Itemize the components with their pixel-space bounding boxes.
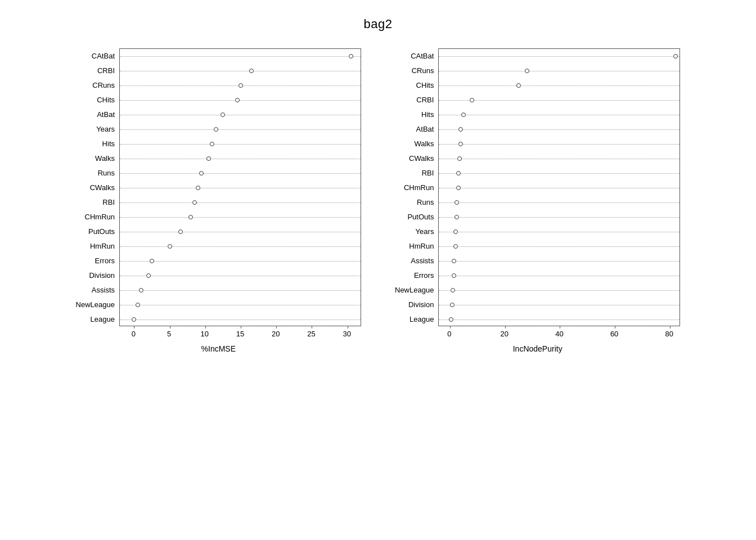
- y-label: CRuns: [412, 63, 434, 78]
- chart1-inner: CAtBatCRBICRunsCHitsAtBatYearsHitsWalksR…: [76, 48, 361, 341]
- data-dot: [452, 259, 456, 263]
- grid-line: [120, 144, 361, 145]
- data-dot: [457, 156, 462, 161]
- data-dot: [146, 273, 151, 278]
- grid-line: [439, 232, 680, 232]
- y-label: Division: [408, 297, 434, 312]
- x-axis-label: 20: [272, 330, 280, 338]
- y-label: Errors: [95, 253, 115, 268]
- x-axis-label: 25: [307, 330, 315, 338]
- grid-line: [439, 71, 680, 71]
- grid-line: [120, 173, 361, 174]
- chart1-x-labels: 051015202530: [119, 328, 361, 341]
- grid-line: [120, 305, 361, 305]
- y-label: Errors: [414, 268, 434, 282]
- data-dot: [673, 54, 678, 58]
- y-label: Walks: [414, 136, 434, 151]
- data-dot: [139, 288, 143, 292]
- y-label: AtBat: [97, 107, 115, 122]
- data-dot: [196, 186, 200, 190]
- data-dot: [516, 83, 521, 88]
- chart1-y-labels: CAtBatCRBICRunsCHitsAtBatYearsHitsWalksR…: [76, 48, 119, 326]
- data-dot: [136, 303, 140, 307]
- y-label: CAtBat: [411, 48, 434, 63]
- chart2-y-labels: CAtBatCRunsCHitsCRBIHitsAtBatWalksCWalks…: [395, 48, 438, 326]
- chart2-inner: CAtBatCRunsCHitsCRBIHitsAtBatWalksCWalks…: [395, 48, 680, 341]
- data-dot: [199, 171, 204, 176]
- y-label: Division: [89, 268, 115, 282]
- data-dot: [210, 142, 214, 146]
- x-axis-label: 5: [167, 330, 171, 338]
- y-label: Runs: [417, 195, 434, 209]
- grid-line: [120, 115, 361, 115]
- grid-line: [439, 100, 680, 101]
- grid-line: [439, 276, 680, 276]
- chart1-plot: [119, 48, 361, 326]
- grid-line: [120, 71, 361, 71]
- x-axis-label: 40: [555, 330, 563, 338]
- y-label: CRBI: [97, 63, 115, 78]
- grid-line: [439, 217, 680, 218]
- data-dot: [206, 156, 211, 161]
- y-label: Hits: [421, 107, 434, 122]
- data-dot: [238, 83, 243, 88]
- chart2-axis-title: IncNodePurity: [513, 344, 562, 353]
- grid-line: [439, 159, 680, 159]
- data-dot: [452, 273, 456, 278]
- data-dot: [456, 186, 461, 190]
- y-label: Walks: [95, 151, 115, 165]
- data-dot: [461, 112, 466, 117]
- x-axis-label: 60: [610, 330, 618, 338]
- y-label: PutOuts: [407, 209, 434, 224]
- y-label: NewLeague: [395, 282, 434, 297]
- data-dot: [249, 69, 254, 73]
- data-dot: [450, 303, 454, 307]
- grid-line: [439, 320, 680, 320]
- x-axis-label: 30: [343, 330, 350, 338]
- data-dot: [458, 142, 463, 146]
- y-label: CAtBat: [92, 48, 115, 63]
- data-dot: [449, 317, 453, 322]
- x-axis-label: 20: [500, 330, 508, 338]
- charts-container: CAtBatCRBICRunsCHitsAtBatYearsHitsWalksR…: [0, 48, 756, 353]
- x-axis-label: 0: [447, 330, 451, 338]
- data-dot: [220, 112, 225, 117]
- chart2-plot: [438, 48, 680, 326]
- data-dot: [214, 127, 218, 132]
- data-dot: [150, 259, 154, 263]
- data-dot: [451, 288, 455, 292]
- page-title: bag2: [0, 0, 756, 32]
- x-axis-label: 15: [236, 330, 244, 338]
- y-label: League: [91, 312, 115, 326]
- data-dot: [470, 98, 474, 102]
- y-label: HmRun: [90, 238, 115, 253]
- y-label: Hits: [102, 136, 115, 151]
- grid-line: [439, 290, 680, 291]
- y-label: CHmRun: [404, 180, 434, 195]
- grid-line: [439, 56, 680, 57]
- y-label: CHits: [416, 78, 434, 92]
- grid-line: [120, 261, 361, 262]
- grid-line: [439, 115, 680, 115]
- y-label: CRBI: [416, 92, 434, 107]
- y-label: Years: [96, 122, 115, 136]
- grid-line: [120, 217, 361, 218]
- y-label: HmRun: [409, 238, 434, 253]
- y-label: Assists: [92, 282, 115, 297]
- grid-line: [120, 100, 361, 101]
- grid-line: [439, 188, 680, 188]
- data-dot: [235, 98, 240, 102]
- data-dot: [178, 230, 183, 234]
- x-axis-label: 80: [665, 330, 673, 338]
- data-dot: [458, 127, 463, 132]
- grid-line: [439, 202, 680, 203]
- grid-line: [439, 129, 680, 130]
- grid-line: [120, 320, 361, 320]
- y-label: RBI: [102, 195, 115, 209]
- grid-line: [120, 246, 361, 247]
- y-label: CWalks: [90, 180, 115, 195]
- chart2-x-labels: 020406080: [438, 328, 680, 341]
- data-dot: [192, 200, 197, 205]
- y-label: CRuns: [92, 78, 115, 92]
- data-dot: [454, 200, 459, 205]
